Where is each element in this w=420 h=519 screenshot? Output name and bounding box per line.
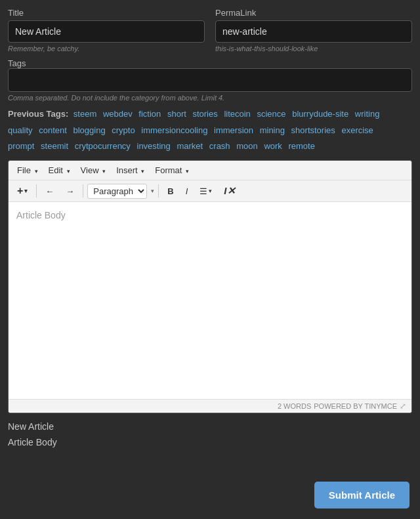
- insert-plus-button[interactable]: + ▾: [12, 183, 32, 199]
- title-field-group: Title Remember, be catchy.: [8, 8, 205, 52]
- tags-input[interactable]: [8, 68, 412, 92]
- tag-prompt[interactable]: prompt: [8, 141, 34, 151]
- tag-immersion[interactable]: immersion: [214, 125, 253, 135]
- tag-writing[interactable]: writing: [355, 109, 380, 119]
- permalink-input[interactable]: [215, 20, 412, 43]
- tag-steem[interactable]: steem: [74, 109, 96, 119]
- menu-file[interactable]: File ▾: [12, 163, 43, 177]
- editor-menubar: File ▾ Edit ▾ View ▾ Insert ▾ Format ▾: [9, 161, 411, 180]
- tag-market[interactable]: market: [177, 141, 203, 151]
- title-label: Title: [8, 8, 205, 18]
- toolbar-sep-1: [36, 184, 37, 197]
- tag-science[interactable]: science: [257, 109, 285, 119]
- editor-body[interactable]: Article Body: [9, 202, 411, 399]
- title-input[interactable]: [8, 20, 205, 43]
- tag-blogging[interactable]: blogging: [73, 125, 105, 135]
- submit-article-button[interactable]: Submit Article: [314, 482, 410, 509]
- tags-section: Tags Comma separated. Do not include the…: [8, 58, 412, 102]
- tag-crash[interactable]: crash: [209, 141, 230, 151]
- bottom-article-body-label: Article Body: [8, 437, 412, 447]
- tags-hint: Comma separated. Do not include the cate…: [8, 94, 224, 102]
- previous-tags-section: Previous Tags: steem webdev fiction shor…: [8, 106, 412, 155]
- bold-button[interactable]: B: [163, 184, 178, 198]
- italic-button[interactable]: I: [181, 184, 193, 198]
- title-hint: Remember, be catchy.: [8, 45, 205, 52]
- tag-mining[interactable]: mining: [260, 125, 285, 135]
- list-button[interactable]: ☰ ▾: [195, 184, 217, 198]
- tag-work[interactable]: work: [264, 141, 282, 151]
- menu-format[interactable]: Format ▾: [150, 163, 194, 177]
- toolbar-sep-2: [83, 184, 83, 197]
- tag-content[interactable]: content: [39, 125, 67, 135]
- tag-shortstories[interactable]: shortstories: [291, 125, 335, 135]
- tag-fiction[interactable]: fiction: [138, 109, 161, 119]
- bottom-section: New Article Article Body: [8, 421, 412, 447]
- editor-footer: 2 WORDS POWERED BY TINYMCE ⤢: [9, 399, 411, 413]
- previous-tags-label: Previous Tags:: [8, 109, 68, 119]
- tags-label: Tags: [8, 58, 26, 68]
- paragraph-select[interactable]: Paragraph Heading 1 Heading 2 Heading 3: [87, 184, 147, 199]
- bottom-new-article-label: New Article: [8, 421, 412, 432]
- permalink-hint: this-is-what-this-should-look-like: [215, 45, 412, 52]
- tag-blurrydude-site[interactable]: blurrydude-site: [292, 109, 348, 119]
- permalink-field-group: PermaLink this-is-what-this-should-look-…: [215, 8, 412, 52]
- editor-placeholder: Article Body: [16, 210, 66, 220]
- tag-webdev[interactable]: webdev: [103, 109, 133, 119]
- title-permalink-row: Title Remember, be catchy. PermaLink thi…: [8, 8, 412, 52]
- menu-edit[interactable]: Edit ▾: [44, 163, 75, 177]
- powered-by: POWERED BY TINYMCE: [314, 402, 397, 410]
- tag-crytpocurrency[interactable]: crytpocurrency: [75, 141, 131, 151]
- indent-button[interactable]: I✕: [219, 183, 240, 199]
- page-wrapper: Title Remember, be catchy. PermaLink thi…: [0, 0, 420, 500]
- editor-container: File ▾ Edit ▾ View ▾ Insert ▾ Format ▾ +…: [8, 160, 412, 413]
- tag-stories[interactable]: stories: [192, 109, 217, 119]
- menu-insert[interactable]: Insert ▾: [112, 163, 149, 177]
- tag-exercise[interactable]: exercise: [341, 125, 373, 135]
- tag-steemit[interactable]: steemit: [41, 141, 68, 151]
- undo-button[interactable]: ←: [41, 184, 58, 198]
- editor-toolbar: + ▾ ← → Paragraph Heading 1 Heading 2 He…: [9, 180, 411, 202]
- resize-handle[interactable]: ⤢: [400, 402, 406, 411]
- toolbar-sep-3: [158, 184, 159, 197]
- word-count: 2 WORDS: [278, 402, 311, 410]
- tag-quality[interactable]: quality: [8, 125, 33, 135]
- tag-short[interactable]: short: [167, 109, 186, 119]
- tag-investing[interactable]: investing: [137, 141, 171, 151]
- redo-button[interactable]: →: [61, 184, 79, 198]
- tag-crypto[interactable]: crypto: [112, 125, 135, 135]
- menu-view[interactable]: View ▾: [76, 163, 111, 177]
- permalink-label: PermaLink: [215, 8, 412, 18]
- tag-litecoin[interactable]: litecoin: [224, 109, 250, 119]
- tag-moon[interactable]: moon: [236, 141, 258, 151]
- tag-immersioncooling[interactable]: immersioncooling: [141, 125, 207, 135]
- tag-remote[interactable]: remote: [288, 141, 314, 151]
